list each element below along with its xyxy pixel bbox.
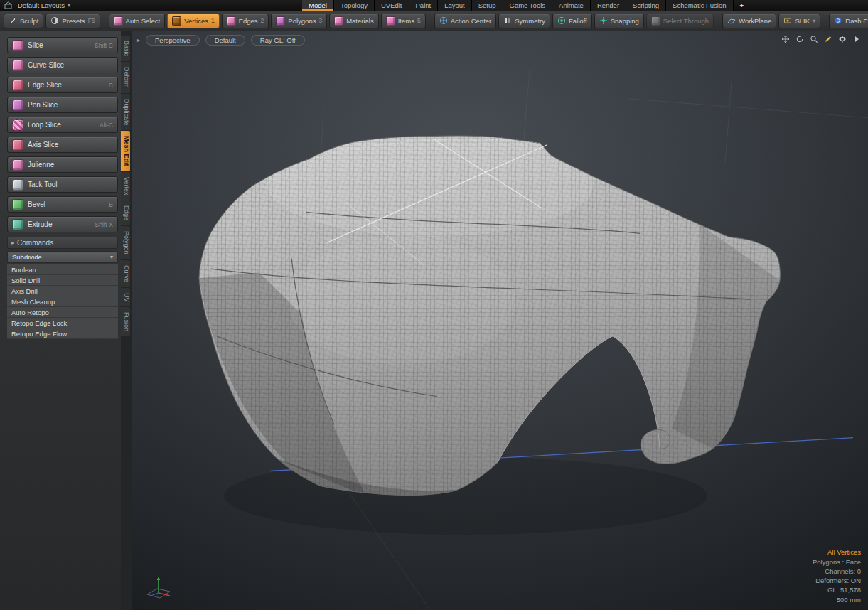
tool-label: Bevel xyxy=(28,200,45,208)
tack-tool-icon xyxy=(12,179,23,191)
toolbar-presets[interactable]: Presets F6 xyxy=(45,14,100,28)
expand-panel-icon[interactable] xyxy=(852,35,861,43)
toolbar-falloff[interactable]: Falloff xyxy=(552,14,592,28)
toolbar-action-center[interactable]: Action Center xyxy=(434,14,497,28)
toolbar-label: Materials xyxy=(346,17,374,25)
toolbox-tab-edge[interactable]: Edge xyxy=(121,200,130,225)
sculpt-pen-icon xyxy=(9,16,17,25)
menu-tab-setup[interactable]: Setup xyxy=(472,0,503,11)
channels-readout: Channels: 0 xyxy=(813,567,861,576)
toolbar-label: Auto Select xyxy=(126,17,161,25)
pen-slice-icon xyxy=(12,100,23,111)
tool-pen-slice[interactable]: Pen Slice xyxy=(7,97,118,113)
viewport-stats: All Vertices Polygons : Face Channels: 0… xyxy=(813,547,861,604)
snapping-icon xyxy=(599,16,608,25)
menu-tab-render[interactable]: Render xyxy=(591,0,626,11)
command-boolean[interactable]: Boolean xyxy=(7,264,118,275)
toolbar-label: Symmetry xyxy=(515,17,545,25)
menu-tab-schematic-fusion[interactable]: Schematic Fusion xyxy=(666,0,734,11)
toolbox-tab-polygon[interactable]: Polygon xyxy=(121,226,130,259)
orbit-icon[interactable] xyxy=(795,35,804,43)
tool-tack-tool[interactable]: Tack Tool xyxy=(7,176,118,193)
julienne-icon xyxy=(12,159,23,171)
dash-export-icon xyxy=(834,16,842,25)
toolbox-tab-deform[interactable]: Deform xyxy=(121,62,130,93)
tool-bevel[interactable]: Bevel B xyxy=(7,196,118,213)
pencil-icon[interactable] xyxy=(824,35,832,43)
menu-tab-game-tools[interactable]: Game Tools xyxy=(503,0,553,11)
axis-gizmo[interactable] xyxy=(141,573,176,603)
add-layout-tab-button[interactable]: + xyxy=(734,0,751,11)
toolbox-tab-vertex[interactable]: Vertex xyxy=(121,172,130,200)
gear-icon[interactable] xyxy=(838,35,847,43)
tool-curve-slice[interactable]: Curve Slice xyxy=(7,57,118,73)
toolbar-label: Falloff xyxy=(569,17,587,25)
toolbox-tab-mesh-edit[interactable]: Mesh Edit xyxy=(121,131,130,171)
pan-icon[interactable] xyxy=(781,35,790,43)
toolbar-vertices[interactable]: Vertices 1 xyxy=(167,14,220,28)
layout-selector[interactable]: Default Layouts ▾ xyxy=(18,1,70,9)
toolbar-materials[interactable]: Materials xyxy=(329,14,379,28)
command-mesh-cleanup[interactable]: Mesh Cleanup xyxy=(7,296,118,307)
menu-tab-animate[interactable]: Animate xyxy=(552,0,591,11)
toolbar-items[interactable]: Items 5 xyxy=(381,14,426,28)
toolbar-symmetry[interactable]: Symmetry xyxy=(498,14,550,28)
vertices-cube-icon xyxy=(172,16,181,26)
layout-selector-label: Default Layouts xyxy=(18,1,65,9)
command-auto-retopo[interactable]: Auto Retopo xyxy=(7,307,118,318)
subdivide-dropdown[interactable]: Subdivide ▾ xyxy=(7,251,118,263)
viewport-canvas[interactable] xyxy=(132,31,868,610)
toolbar-edges[interactable]: Edges 2 xyxy=(222,14,269,28)
toolbox-tab-basic[interactable]: Basic xyxy=(121,36,130,61)
menu-tab-layout[interactable]: Layout xyxy=(438,0,472,11)
command-retopo-edge-flow[interactable]: Retopo Edge Flow xyxy=(7,328,118,339)
tool-loop-slice[interactable]: Loop Slice Alt-C xyxy=(7,117,118,133)
view-mode-button[interactable]: Perspective xyxy=(146,35,200,46)
toolbar-slik[interactable]: SLIK ▾ xyxy=(778,14,820,28)
command-solid-drill[interactable]: Solid Drill xyxy=(7,275,118,286)
tool-label: Tack Tool xyxy=(28,181,58,188)
menu-tab-paint[interactable]: Paint xyxy=(409,0,439,11)
tool-shortcut: Alt-C xyxy=(100,122,113,129)
curve-slice-icon xyxy=(12,60,23,71)
toolbar-dash-export[interactable]: Dash Export xyxy=(829,14,868,28)
deformers-readout: Deformers: ON xyxy=(813,576,861,585)
loop-slice-icon xyxy=(12,119,23,131)
viewport-popover-arrow-icon[interactable]: ▸ xyxy=(137,37,140,43)
tool-edge-slice[interactable]: Edge Slice C xyxy=(7,77,118,93)
command-retopo-edge-lock[interactable]: Retopo Edge Lock xyxy=(7,318,118,328)
shading-mode-button[interactable]: Default xyxy=(205,35,245,46)
toolbar-sculpt[interactable]: Sculpt xyxy=(4,14,43,28)
menu-tab-topology[interactable]: Topology xyxy=(334,0,375,11)
toolbar-label: Polygons xyxy=(288,17,316,25)
command-axis-drill[interactable]: Axis Drill xyxy=(7,286,118,296)
toolbar-label: WorkPlane xyxy=(739,17,771,25)
zoom-icon[interactable] xyxy=(810,35,818,43)
grid-size-readout: 500 mm xyxy=(813,595,861,604)
tool-shortcut: Shift-X xyxy=(95,221,113,228)
toolbox-tab-duplicate[interactable]: Duplicate xyxy=(121,94,130,131)
tool-axis-slice[interactable]: Axis Slice xyxy=(7,137,118,153)
raygl-button[interactable]: Ray GL: Off xyxy=(251,35,305,46)
toolbar-select-through[interactable]: Select Through xyxy=(646,14,714,28)
app-icon[interactable] xyxy=(4,1,12,9)
commands-section-header[interactable]: ▸ Commands xyxy=(7,237,118,249)
tool-extrude[interactable]: Extrude Shift-X xyxy=(7,216,118,232)
toolbox-tab-uv[interactable]: UV xyxy=(121,288,130,307)
menu-tab-model[interactable]: Model xyxy=(302,0,334,11)
toolbar-auto-select[interactable]: Auto Select xyxy=(109,14,166,28)
toolbar-workplane[interactable]: WorkPlane xyxy=(722,14,776,28)
toolbar-snapping[interactable]: Snapping xyxy=(594,14,644,28)
tool-julienne[interactable]: Julienne xyxy=(7,156,118,173)
toolbox-tab-curve[interactable]: Curve xyxy=(121,260,130,287)
menu-tab-scripting[interactable]: Scripting xyxy=(626,0,666,11)
toolbar-label: Items xyxy=(398,17,414,25)
tool-slice[interactable]: Slice Shift-C xyxy=(7,37,118,53)
viewport-3d[interactable]: ▸ Perspective Default Ray GL: Off xyxy=(132,31,868,610)
toolbar-polygons[interactable]: Polygons 3 xyxy=(271,14,327,28)
toolbox-tab-fusion[interactable]: Fusion xyxy=(121,307,130,336)
menu-tab-uvedit[interactable]: UVEdit xyxy=(375,0,409,11)
bevel-icon xyxy=(12,199,23,210)
materials-cube-icon xyxy=(334,16,343,26)
extrude-icon xyxy=(12,219,23,230)
